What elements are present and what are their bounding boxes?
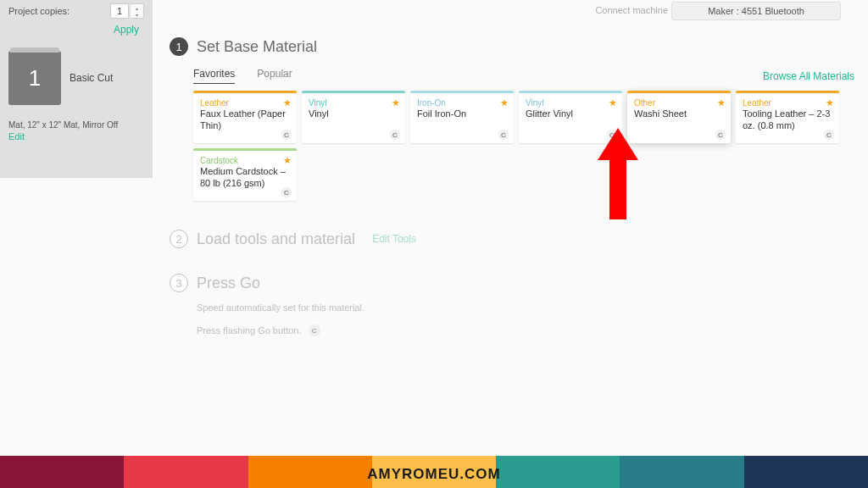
step-2-title: Load tools and material <box>197 230 355 248</box>
material-name: Faux Leather (Paper Thin) <box>200 108 290 132</box>
material-category: Vinyl <box>526 98 615 108</box>
cricut-badge-icon: C <box>715 130 726 140</box>
cricut-badge-icon: C <box>824 130 834 140</box>
footer-color-2 <box>124 456 248 488</box>
tab-popular[interactable]: Popular <box>257 68 292 84</box>
cricut-badge-icon: C <box>607 130 617 140</box>
project-copies-input[interactable]: 1 ▴ ▾ <box>110 3 144 19</box>
go-button-icon: C <box>309 324 320 336</box>
star-icon[interactable]: ★ <box>500 97 509 108</box>
project-copies-row: Project copies: 1 ▴ ▾ <box>0 0 153 22</box>
edit-link[interactable]: Edit <box>0 130 153 143</box>
step-3-speed-info: Speed automatically set for this materia… <box>197 302 854 313</box>
tab-favorites[interactable]: Favorites <box>193 68 235 84</box>
step-1-header: 1 Set Base Material <box>170 37 854 56</box>
material-name: Vinyl <box>309 108 398 120</box>
footer-text: AMYROMEU.COM <box>367 466 500 483</box>
material-card-washi-sheet[interactable]: Other Washi Sheet ★ C <box>627 91 731 143</box>
cut-type-label: Basic Cut <box>70 72 113 84</box>
material-card-medium-cardstock[interactable]: Cardstock Medium Cardstock – 80 lb (216 … <box>193 148 297 201</box>
machine-name: Maker : 4551 Bluetooth <box>708 6 804 16</box>
material-category: Other <box>634 98 724 108</box>
material-card-faux-leather[interactable]: Leather Faux Leather (Paper Thin) ★ C <box>193 91 297 143</box>
footer-color-1 <box>0 456 124 488</box>
connect-machine-label[interactable]: Connect machine <box>595 5 668 15</box>
step-1-title: Set Base Material <box>197 38 317 56</box>
cricut-badge-icon: C <box>390 130 400 140</box>
footer-color-6 <box>620 456 743 488</box>
mat-number: 1 <box>29 65 41 92</box>
step-2: 2 Load tools and material Edit Tools <box>170 230 854 248</box>
stepper-up-icon[interactable]: ▴ <box>131 4 143 11</box>
material-card-glitter-vinyl[interactable]: Vinyl Glitter Vinyl ★ C <box>519 91 622 143</box>
project-copies-label: Project copies: <box>8 6 70 16</box>
materials-grid: Leather Faux Leather (Paper Thin) ★ C Vi… <box>193 91 854 201</box>
star-icon[interactable]: ★ <box>717 97 726 108</box>
material-card-foil-iron-on[interactable]: Iron-On Foil Iron-On ★ C <box>410 91 514 143</box>
mat-preview[interactable]: 1 Basic Cut <box>0 44 153 112</box>
cricut-badge-icon: C <box>281 130 292 140</box>
cricut-badge-icon: C <box>281 187 292 197</box>
material-category: Leather <box>200 98 290 108</box>
star-icon[interactable]: ★ <box>283 97 292 108</box>
star-icon[interactable]: ★ <box>609 97 617 108</box>
mat-info: Mat, 12" x 12" Mat, Mirror Off <box>0 112 153 130</box>
mat-thumbnail[interactable]: 1 <box>8 51 61 105</box>
material-name: Glitter Vinyl <box>526 108 615 120</box>
material-tabs: Favorites Popular <box>193 68 292 84</box>
footer-color-5 <box>496 456 620 488</box>
material-name: Medium Cardstock – 80 lb (216 gsm) <box>200 166 290 190</box>
sidebar: Project copies: 1 ▴ ▾ Apply 1 Basic Cut … <box>0 0 153 178</box>
edit-tools-link[interactable]: Edit Tools <box>372 233 416 245</box>
main-content: Connect machine Maker : 4551 Bluetooth 1… <box>170 0 854 336</box>
step-3-title: Press Go <box>197 274 260 292</box>
star-icon[interactable]: ★ <box>283 155 292 166</box>
footer-color-7 <box>744 456 868 488</box>
material-category: Vinyl <box>309 98 398 108</box>
star-icon[interactable]: ★ <box>826 97 834 108</box>
material-name: Tooling Leather – 2-3 oz. (0.8 mm) <box>743 108 832 132</box>
stepper-down-icon[interactable]: ▾ <box>131 11 143 18</box>
step-3-press-info: Press flashing Go button. C <box>197 324 854 336</box>
press-go-text: Press flashing Go button. <box>197 325 302 336</box>
browse-materials-link[interactable]: Browse All Materials <box>763 70 854 82</box>
step-2-number: 2 <box>170 230 188 248</box>
material-category: Cardstock <box>200 156 290 165</box>
step-3: 3 Press Go <box>170 274 854 292</box>
cricut-badge-icon: C <box>498 130 509 140</box>
step-1-number: 1 <box>170 37 188 56</box>
material-tabs-row: Favorites Popular Browse All Materials <box>193 68 854 84</box>
footer-watermark: AMYROMEU.COM <box>0 456 868 488</box>
material-name: Foil Iron-On <box>417 108 507 120</box>
step-3-number: 3 <box>170 274 188 292</box>
star-icon[interactable]: ★ <box>392 97 400 108</box>
footer-color-3 <box>248 456 372 488</box>
copies-value[interactable]: 1 <box>110 3 129 19</box>
material-category: Leather <box>743 98 832 108</box>
step-1: 1 Set Base Material Favorites Popular Br… <box>170 37 854 201</box>
material-card-vinyl[interactable]: Vinyl Vinyl ★ C <box>302 91 405 143</box>
apply-button[interactable]: Apply <box>0 22 153 44</box>
material-category: Iron-On <box>417 98 507 108</box>
material-name: Washi Sheet <box>634 108 724 120</box>
copies-stepper[interactable]: ▴ ▾ <box>131 3 144 19</box>
machine-dropdown[interactable]: Maker : 4551 Bluetooth <box>671 2 841 20</box>
material-card-tooling-leather[interactable]: Leather Tooling Leather – 2-3 oz. (0.8 m… <box>736 91 839 143</box>
